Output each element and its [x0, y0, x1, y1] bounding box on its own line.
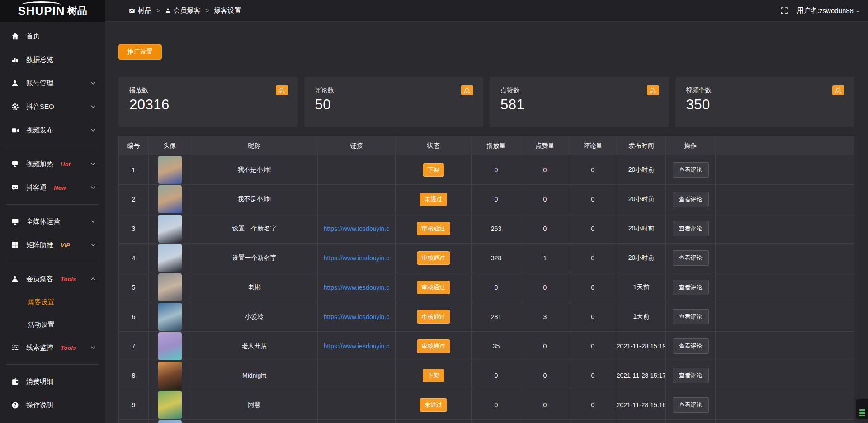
- video-link[interactable]: https://www.iesdouyin.c: [324, 343, 390, 350]
- cell-link: https://www.iesdouyin.c: [318, 332, 396, 361]
- sidebar-item-clue-monitor[interactable]: 线索监控Tools: [0, 336, 105, 359]
- promotion-settings-button[interactable]: 推广设置: [118, 44, 162, 60]
- view-comments-button[interactable]: 查看评论: [673, 368, 709, 383]
- video-link[interactable]: https://www.iesdouyin.c: [324, 254, 390, 262]
- status-badge[interactable]: 下架: [423, 369, 444, 382]
- sidebar-item-member-baoke[interactable]: 会员爆客Tools: [0, 267, 105, 291]
- cell-time: 20小时前: [617, 185, 666, 214]
- cell-avatar: [149, 420, 191, 423]
- stat-value: 50: [315, 97, 473, 113]
- avatar-boy-blue-shirt: [158, 185, 182, 213]
- home-icon: [11, 32, 19, 40]
- cell-action: 查看评论: [666, 185, 716, 214]
- sidebar-item-video-heat[interactable]: 视频加热Hot: [0, 152, 105, 176]
- sidebar-item-data-overview[interactable]: 数据总览: [0, 48, 105, 71]
- stat-label: 播放数: [129, 86, 287, 94]
- view-comments-button[interactable]: 查看评论: [673, 250, 709, 266]
- cell-number: 5: [119, 273, 149, 302]
- chevron-down-icon: [90, 161, 96, 167]
- widget-bar-icon: [859, 412, 865, 414]
- cell-time: [617, 420, 666, 423]
- sidebar-subitem-baoke-settings[interactable]: 爆客设置: [0, 291, 105, 313]
- status-badge[interactable]: 审核通过: [417, 251, 450, 265]
- cell-plays: 263: [472, 214, 521, 243]
- sidebar-divider: [6, 147, 99, 147]
- user-icon: [11, 275, 19, 283]
- cell-avatar: [149, 332, 191, 361]
- cell-action: 查看评论: [666, 155, 716, 184]
- cell-empty: [716, 361, 854, 390]
- cell-status: 下架: [396, 361, 472, 390]
- cell-avatar: [149, 302, 191, 331]
- status-badge[interactable]: 未通过: [420, 193, 447, 206]
- fullscreen-icon[interactable]: [780, 7, 788, 14]
- view-comments-button[interactable]: 查看评论: [673, 280, 709, 295]
- breadcrumb-item-huiyuan-baoke[interactable]: 会员爆客: [165, 6, 201, 15]
- user-menu[interactable]: 用户名: zswodun88 ⌄: [797, 6, 860, 15]
- table-row: 1我不是小帅!下架00020小时前查看评论: [119, 155, 854, 185]
- sidebar-item-matrix-boost[interactable]: 矩阵助推VIP: [0, 233, 105, 257]
- chevron-down-icon: [90, 185, 96, 190]
- cell-action: 查看评论: [666, 273, 716, 302]
- table-row: 4设置一个新名字https://www.iesdouyin.c审核通过32810…: [119, 244, 854, 273]
- breadcrumb-item-shupin[interactable]: 树品: [129, 6, 151, 15]
- sidebar-item-video-publish[interactable]: 视频发布: [0, 118, 105, 142]
- view-comments-button[interactable]: 查看评论: [673, 221, 709, 236]
- status-badge[interactable]: 审核通过: [417, 339, 450, 353]
- sidebar-item-home[interactable]: 首页: [0, 24, 105, 48]
- cell-likes: 0: [521, 155, 569, 184]
- header-cell: 播放量: [472, 136, 521, 155]
- chevron-down-icon: [90, 242, 96, 248]
- status-badge[interactable]: 下架: [423, 163, 444, 177]
- video-link[interactable]: https://www.iesdouyin.c: [324, 313, 390, 320]
- cell-status: 审核通过: [396, 332, 472, 361]
- avatar-green-abstract: [158, 391, 182, 419]
- avatar-blue-partial: [158, 420, 182, 423]
- view-comments-button[interactable]: 查看评论: [673, 162, 709, 178]
- status-badge[interactable]: 审核通过: [417, 310, 450, 324]
- grid-icon: [11, 241, 19, 249]
- logo-arc-icon: [22, 1, 61, 8]
- sidebar-item-douyin-seo[interactable]: 抖音SEO: [0, 95, 105, 118]
- floating-widget[interactable]: [856, 399, 868, 419]
- avatar-evening-sky: [158, 244, 182, 272]
- sidebar-subitem-activity-settings[interactable]: 活动设置: [0, 313, 105, 336]
- cell-comments: 0: [569, 244, 617, 273]
- cell-likes: 3: [521, 302, 569, 331]
- cell-time: 1天前: [617, 302, 666, 331]
- avatar-evening-sky: [158, 215, 182, 243]
- sliders-icon: [11, 343, 19, 352]
- cell-status: 未通过: [396, 390, 472, 419]
- sidebar-item-operation-guide[interactable]: ?操作说明: [0, 393, 105, 417]
- status-badge[interactable]: 审核通过: [417, 281, 450, 294]
- sidebar-item-label: 抖客通: [26, 183, 47, 192]
- view-comments-button[interactable]: 查看评论: [673, 338, 709, 354]
- cell-likes: 0: [521, 273, 569, 302]
- avatar-boy-blue-shirt: [158, 156, 182, 184]
- username-value: zswodun88: [819, 7, 854, 14]
- cell-number: 8: [119, 361, 149, 390]
- cell-link: https://www.iesdouyin.c: [318, 302, 396, 331]
- sidebar-item-douketong[interactable]: 抖客通New: [0, 176, 105, 199]
- sidebar-item-consume-detail[interactable]: 消费明细: [0, 370, 105, 393]
- breadcrumb-item-baoke-shezhi[interactable]: 爆客设置: [214, 6, 241, 15]
- sidebar-item-account-manage[interactable]: 账号管理: [0, 71, 105, 95]
- cell-avatar: [149, 155, 191, 184]
- cell-comments: 0: [569, 273, 617, 302]
- status-badge[interactable]: 审核通过: [417, 222, 450, 235]
- header-cell-empty: [716, 136, 854, 155]
- cell-avatar: [149, 185, 191, 214]
- video-link[interactable]: https://www.iesdouyin.c: [324, 225, 390, 232]
- cell-nickname: 设置一个新名字: [191, 244, 318, 273]
- header-cell: 链接: [318, 136, 396, 155]
- widget-bar-icon: [859, 415, 865, 416]
- logo[interactable]: SHUPIN 树品: [0, 0, 105, 22]
- view-comments-button[interactable]: 查看评论: [673, 397, 709, 413]
- sidebar-item-media-operation[interactable]: 全媒体运营: [0, 210, 105, 233]
- view-comments-button[interactable]: 查看评论: [673, 309, 709, 324]
- cell-likes: 0: [521, 361, 569, 390]
- view-comments-button[interactable]: 查看评论: [673, 192, 709, 207]
- video-link[interactable]: https://www.iesdouyin.c: [324, 284, 390, 291]
- cell-status: 审核通过: [396, 244, 472, 273]
- status-badge[interactable]: 未通过: [420, 398, 447, 412]
